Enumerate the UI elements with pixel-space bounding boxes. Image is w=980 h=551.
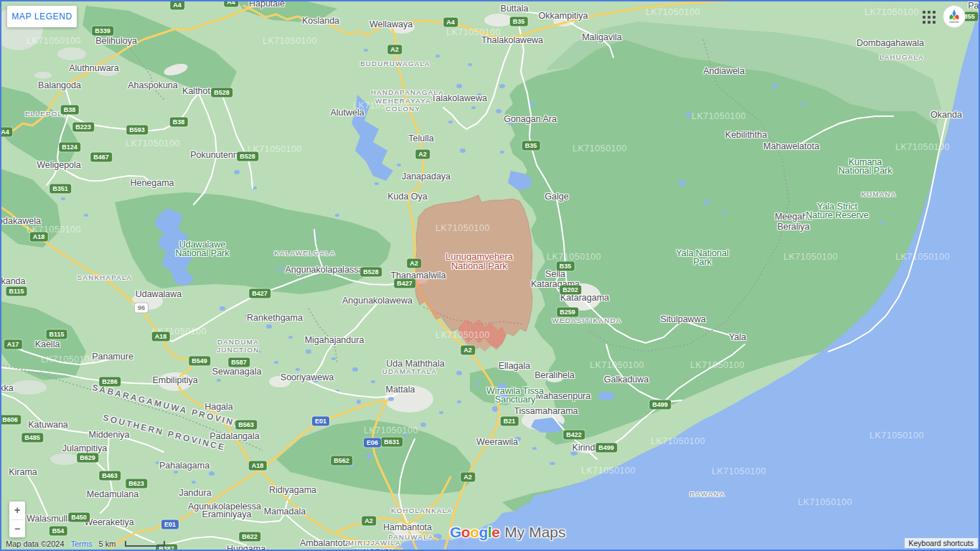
map-data-copyright: Map data ©2024	[6, 540, 65, 548]
google-my-maps-watermark: Google My Maps	[450, 524, 566, 541]
attribution-bar: Map data ©2024 Terms 5 km	[6, 540, 165, 548]
apps-grid-icon[interactable]	[923, 11, 936, 24]
zoom-in-button[interactable]: +	[9, 501, 25, 519]
custom-place-marker-logo-icon[interactable]	[942, 4, 966, 29]
my-maps-label: My Maps	[504, 524, 565, 541]
map-legend-button[interactable]: MAP LEGEND	[7, 6, 77, 27]
zoom-out-button[interactable]: −	[9, 520, 25, 538]
scale-label: 5 km	[98, 540, 116, 548]
google-logo: Google	[450, 524, 499, 541]
zoom-control: + −	[9, 501, 25, 537]
terms-link[interactable]: Terms	[71, 540, 93, 548]
my-maps-canvas[interactable]: LK71050100LK71050100LK71050100LK71050100…	[0, 0, 980, 551]
scale-bar	[125, 541, 165, 547]
map-terrain	[0, 0, 980, 551]
keyboard-shortcuts-button[interactable]: Keyboard shortcuts	[905, 538, 978, 548]
